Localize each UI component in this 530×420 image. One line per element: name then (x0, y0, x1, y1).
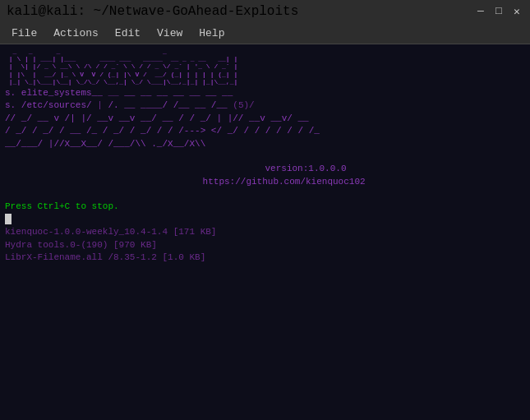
menu-bar: File Actions Edit View Help (0, 23, 530, 44)
menu-actions[interactable]: Actions (45, 25, 107, 41)
menu-help[interactable]: Help (191, 25, 233, 41)
maximize-button[interactable]: □ (492, 5, 505, 18)
title-bar-controls: — □ ✕ (474, 5, 523, 18)
menu-file[interactable]: File (3, 25, 45, 41)
ascii-art-banner: _ _ _ _ | \ | | ___| |___ ____ ___ _____… (5, 48, 525, 85)
menu-view[interactable]: View (149, 25, 191, 41)
terminal[interactable]: _ _ _ _ | \ | | ___| |___ ____ ___ _____… (0, 44, 530, 420)
title-bar: kali@kali: ~/Netwave-GoAhead-Exploits — … (0, 0, 530, 23)
close-button[interactable]: ✕ (510, 5, 523, 18)
title-bar-title: kali@kali: ~/Netwave-GoAhead-Exploits (7, 4, 298, 19)
terminal-pre: s. elite_systems__ __ __ __ __ __ __ __ … (5, 87, 525, 264)
menu-edit[interactable]: Edit (107, 25, 149, 41)
terminal-output: s. elite_systems__ __ __ __ __ __ __ __ … (5, 87, 525, 264)
minimize-button[interactable]: — (474, 5, 487, 18)
